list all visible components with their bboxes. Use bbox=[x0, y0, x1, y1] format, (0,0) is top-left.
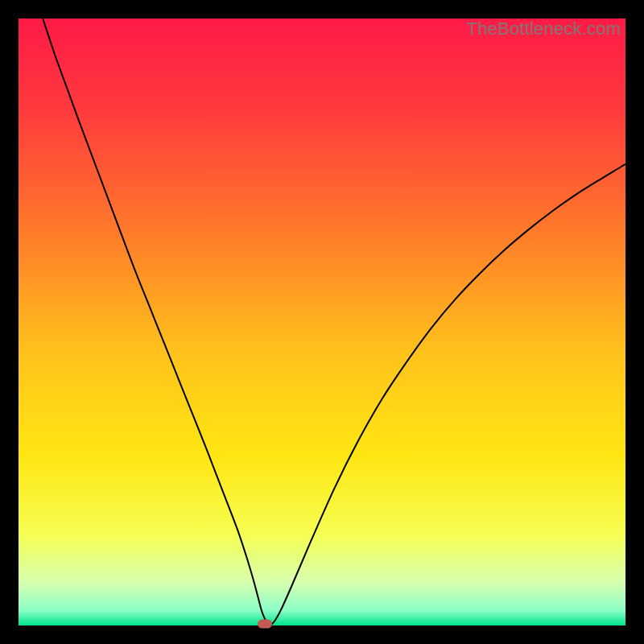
watermark-text: TheBottleneck.com bbox=[466, 19, 621, 39]
chart-frame: TheBottleneck.com bbox=[19, 19, 625, 625]
optimal-point-marker bbox=[258, 619, 272, 628]
bottleneck-curve bbox=[19, 19, 625, 625]
